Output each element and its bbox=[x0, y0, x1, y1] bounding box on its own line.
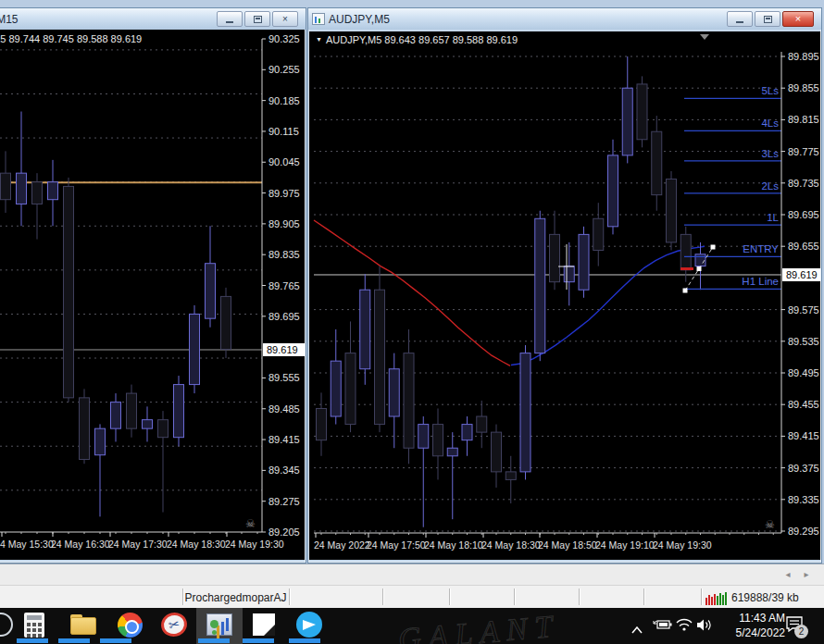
taskbar-clock[interactable]: 11:43 AM 5/24/2022 bbox=[736, 611, 785, 640]
close-button[interactable]: × bbox=[782, 11, 814, 27]
price-tick-label: 89.895 bbox=[788, 51, 819, 62]
stop-mark bbox=[680, 267, 693, 270]
price-tick-label: 90.115 bbox=[268, 126, 299, 137]
chart-window-m15[interactable]: AUDJPY,M15 × AUDJPY,M15 89.744 89.745 89… bbox=[0, 7, 306, 564]
candle-body bbox=[221, 296, 231, 349]
tab-scroll-right-button[interactable]: ▸ bbox=[800, 568, 813, 581]
level-label: ENTRY bbox=[743, 243, 779, 254]
restore-button[interactable] bbox=[244, 11, 270, 27]
action-center-icon[interactable]: 2 bbox=[785, 615, 804, 636]
wifi-icon[interactable] bbox=[676, 618, 693, 635]
tray-chevron-icon[interactable] bbox=[631, 621, 643, 638]
trendline-handle[interactable] bbox=[697, 266, 702, 271]
price-tick-label: 89.415 bbox=[268, 434, 300, 445]
account-name: ProchargedmoparAJ bbox=[182, 586, 289, 609]
chart-area-m15[interactable]: AUDJPY,M15 89.744 89.745 89.588 89.619 9… bbox=[0, 30, 305, 560]
candle-body bbox=[80, 398, 90, 460]
price-tick-label: 89.855 bbox=[788, 82, 819, 93]
candle-body bbox=[608, 155, 618, 227]
level-label: 4Ls bbox=[761, 118, 779, 129]
volume-icon[interactable] bbox=[696, 618, 715, 636]
candle-body bbox=[579, 234, 589, 290]
ma-line-red bbox=[314, 220, 510, 365]
candle-body bbox=[375, 290, 385, 424]
level-label: H1 Line bbox=[742, 276, 779, 287]
chart-shift-marker[interactable] bbox=[700, 34, 709, 40]
price-tick-label: 90.185 bbox=[268, 95, 300, 106]
candle-body bbox=[127, 393, 137, 428]
price-axis: 89.89589.85589.81589.77589.73589.69589.6… bbox=[314, 51, 820, 537]
candle-body bbox=[206, 264, 216, 318]
trendline-handle[interactable] bbox=[683, 289, 688, 293]
candle-body bbox=[17, 173, 27, 204]
status-bar: ProchargedmoparAJ 619888/39 kb bbox=[0, 585, 824, 608]
price-tick-label: 89.905 bbox=[268, 218, 300, 229]
candle-body bbox=[520, 353, 531, 472]
taskbar-telegram-icon[interactable] bbox=[293, 611, 325, 638]
candle-body bbox=[593, 218, 604, 250]
price-tick-label: 89.575 bbox=[788, 304, 819, 316]
candle-body bbox=[360, 290, 370, 369]
taskbar-notes-icon[interactable] bbox=[248, 611, 280, 638]
level-label: 5Ls bbox=[761, 85, 779, 96]
running-indicator bbox=[198, 638, 230, 643]
candle-body bbox=[667, 180, 677, 242]
candle-body bbox=[158, 420, 169, 438]
trendline-handle[interactable] bbox=[711, 245, 716, 250]
time-tick-label: 24 May 19:30 bbox=[653, 539, 712, 551]
taskbar-file-explorer-icon[interactable] bbox=[68, 611, 99, 638]
candle-body bbox=[111, 402, 121, 429]
restore-button[interactable] bbox=[755, 11, 780, 27]
candle-body bbox=[506, 472, 516, 480]
candlestick-chart-m15[interactable]: 90.32590.25590.18590.11590.04589.97589.9… bbox=[0, 30, 305, 560]
minimize-button[interactable] bbox=[217, 11, 243, 27]
taskbar-calculator-icon[interactable] bbox=[19, 611, 50, 638]
candle-body bbox=[637, 84, 647, 140]
level-label: 3Ls bbox=[761, 148, 779, 159]
tab-scroll-left-button[interactable]: ◂ bbox=[781, 568, 794, 581]
taskbar-metatrader-icon[interactable] bbox=[204, 611, 235, 638]
running-indicator bbox=[100, 638, 131, 643]
candle-body bbox=[680, 234, 691, 269]
titlebar-m5[interactable]: AUDJPY,M5 × bbox=[308, 8, 821, 30]
chart-tab-strip: ◂ ▸ bbox=[0, 564, 824, 585]
current-price-value: 89.619 bbox=[786, 269, 818, 280]
close-button[interactable]: × bbox=[272, 11, 298, 27]
price-tick-label: 89.815 bbox=[788, 114, 819, 125]
candle-body bbox=[143, 420, 153, 429]
candle-body bbox=[1, 173, 11, 200]
candle-body bbox=[389, 369, 399, 416]
chart-dropdown-icon[interactable]: ▼ bbox=[316, 36, 322, 43]
price-tick-label: 89.205 bbox=[268, 526, 300, 538]
candlestick-chart-m5[interactable]: 5Ls4Ls3Ls2Ls1LENTRYH1 Line89.89589.85589… bbox=[309, 31, 820, 560]
price-tick-label: 89.535 bbox=[788, 336, 819, 347]
notification-badge: 2 bbox=[794, 625, 808, 638]
taskbar-chrome-icon[interactable] bbox=[114, 611, 145, 638]
running-indicator bbox=[17, 638, 48, 643]
skull-icon: ☠ bbox=[765, 518, 775, 531]
chart-area-m5[interactable]: ▼AUDJPY,M5 89.643 89.657 89.588 89.619 5… bbox=[309, 31, 820, 560]
chart-window-icon bbox=[312, 13, 325, 25]
battery-icon[interactable] bbox=[651, 618, 673, 635]
time-tick-label: 24 May 19:10 bbox=[595, 539, 655, 551]
candle-body bbox=[447, 448, 457, 456]
chart-window-m5[interactable]: AUDJPY,M5 × ▼AUDJPY,M5 89.643 89.657 89.… bbox=[307, 7, 822, 564]
price-tick-label: 89.295 bbox=[788, 526, 819, 537]
candle-body bbox=[331, 361, 341, 416]
price-tick-label: 90.325 bbox=[268, 33, 300, 44]
candle-body bbox=[652, 131, 662, 194]
taskbar-snipping-tool-icon[interactable]: ✂ bbox=[158, 611, 190, 638]
price-tick-label: 89.835 bbox=[268, 249, 300, 260]
price-tick-label: 89.495 bbox=[788, 367, 819, 378]
clock-time: 11:43 AM bbox=[736, 611, 785, 625]
titlebar-m15[interactable]: AUDJPY,M15 × bbox=[0, 8, 306, 30]
candle-body bbox=[477, 416, 487, 432]
candle-body bbox=[564, 266, 574, 282]
price-tick-label: 89.555 bbox=[268, 372, 300, 383]
price-tick-label: 90.045 bbox=[268, 156, 300, 167]
price-tick-label: 89.775 bbox=[788, 146, 819, 157]
taskbar-partial-circle-icon[interactable] bbox=[0, 611, 17, 638]
candles bbox=[317, 56, 706, 527]
minimize-button[interactable] bbox=[727, 11, 753, 27]
time-tick-label: 24 May 17:50 bbox=[367, 539, 426, 551]
